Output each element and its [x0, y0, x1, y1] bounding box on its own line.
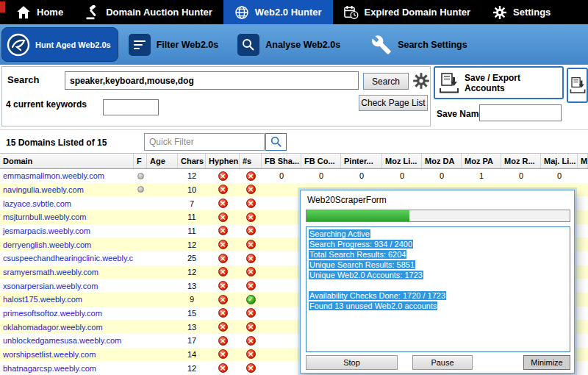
- pause-button[interactable]: Pause: [412, 355, 473, 370]
- nav-tab-settings[interactable]: Settings: [481, 0, 562, 24]
- metric-cell: [262, 361, 301, 375]
- favicon-cell: [134, 183, 147, 197]
- nav-tab-domain-auction-hunter[interactable]: Domain Auction Hunter: [74, 0, 223, 24]
- log-line: [309, 280, 567, 290]
- chars-cell: 9: [178, 293, 206, 307]
- red-x-icon: ×: [246, 171, 256, 181]
- sub-nav: Hunt Aged Web2.0s Filter Web2.0s Analyse…: [0, 24, 588, 65]
- minimize-button[interactable]: Minimize: [523, 355, 570, 370]
- search-settings-gear-button[interactable]: [411, 71, 431, 91]
- domain-link[interactable]: lazyace.svbtle.com: [0, 196, 134, 210]
- column-header[interactable]: F: [134, 154, 147, 168]
- wrench-icon: [371, 35, 392, 55]
- search-input[interactable]: [65, 71, 359, 90]
- nav-tab-web20-hunter[interactable]: Web2.0 Hunter: [223, 0, 333, 24]
- metric-cell: [578, 210, 588, 224]
- stop-button[interactable]: Stop: [306, 355, 398, 370]
- nav-tab-expired-domain-hunter[interactable]: Expired Domain Hunter: [333, 0, 481, 24]
- numbers-cell: ×: [240, 307, 262, 321]
- export-side-button[interactable]: [567, 68, 588, 103]
- numbers-cell: ×: [240, 251, 262, 265]
- column-header[interactable]: FB Sha...: [262, 154, 301, 168]
- table-row[interactable]: emmasmallmon.weebly.com12××00000100: [0, 169, 588, 183]
- column-header[interactable]: Moz DA: [422, 154, 462, 168]
- domains-count-label: 15 Domains Listed of 15: [6, 138, 107, 148]
- quick-filter-input[interactable]: [144, 133, 265, 151]
- domain-link[interactable]: bhatnagarcsp.weebly.com: [0, 361, 134, 375]
- domain-link[interactable]: primesoftsoftoz.weebly.com: [0, 307, 134, 321]
- domain-link[interactable]: xsonarpersian.weebly.com: [0, 279, 134, 293]
- hunt-badge-icon: [6, 32, 31, 57]
- hyphen-cell: ×: [206, 361, 240, 375]
- chars-cell: 12: [178, 361, 206, 375]
- domain-link[interactable]: msjturnbull.weebly.com: [0, 210, 134, 224]
- domain-link[interactable]: sramyersmath.weebly.com: [0, 265, 134, 279]
- metric-cell: 0: [301, 169, 341, 183]
- red-x-icon: ×: [218, 363, 228, 373]
- subnav-tab-filter-web20s[interactable]: Filter Web2.0s: [129, 34, 219, 56]
- red-x-icon: ×: [218, 308, 228, 318]
- column-header[interactable]: Moz R...: [501, 154, 541, 168]
- hyphen-cell: ×: [206, 224, 240, 238]
- column-header[interactable]: FB Co...: [301, 154, 341, 168]
- check-page-list-button[interactable]: Check Page List: [359, 95, 428, 111]
- domain-link[interactable]: jesmarpacis.weebly.com: [0, 224, 134, 238]
- scraper-log-textarea[interactable]: Searching ActiveSearch Progress: 934 / 2…: [306, 226, 570, 352]
- domain-link[interactable]: worshipsetlist.weebly.com: [0, 348, 134, 362]
- favicon-cell: [134, 224, 147, 238]
- web20-hunter-app: Home Domain Auction Hunter Web2.0 Hu: [0, 0, 588, 375]
- column-header[interactable]: Age: [147, 154, 178, 168]
- home-icon: [16, 5, 31, 20]
- subnav-tab-label: Search Settings: [398, 40, 467, 50]
- domain-link[interactable]: emmasmallmon.weebly.com: [0, 169, 134, 183]
- red-x-icon: ×: [246, 336, 256, 346]
- hyphen-cell: ×: [206, 293, 240, 307]
- numbers-cell: ×: [240, 224, 262, 238]
- hyphen-cell: ×: [206, 265, 240, 279]
- column-header[interactable]: Chars: [178, 154, 206, 168]
- subnav-tab-analyse-web20s[interactable]: Analyse Web2.0s: [237, 34, 340, 56]
- metric-cell: [262, 265, 301, 279]
- hyphen-cell: ×: [206, 279, 240, 293]
- search-button[interactable]: Search: [363, 73, 409, 90]
- domain-link[interactable]: derryenglish.weebly.com: [0, 238, 134, 251]
- log-line: Availability Checks Done: 1720 / 1723: [309, 290, 567, 301]
- metric-cell: [262, 224, 301, 238]
- metric-cell: [262, 334, 301, 348]
- column-header[interactable]: Maj. Li...: [541, 154, 578, 168]
- nav-tab-label: Expired Domain Hunter: [365, 7, 470, 18]
- column-header[interactable]: Maj. ...: [578, 154, 588, 168]
- web20-scraper-form-window[interactable]: Web20ScraperForm Searching ActiveSearch …: [300, 190, 575, 374]
- column-header[interactable]: #s: [240, 154, 262, 168]
- quick-filter-search-button[interactable]: [265, 133, 287, 151]
- favicon-cell: [134, 169, 147, 183]
- age-cell: [147, 279, 178, 293]
- subnav-tab-search-settings[interactable]: Search Settings: [371, 35, 467, 55]
- metric-cell: [578, 183, 588, 197]
- numbers-cell: ×: [240, 334, 262, 348]
- column-header[interactable]: Hyphen: [206, 154, 240, 168]
- domain-link[interactable]: oklahomadagor.weebly.com: [0, 320, 134, 334]
- age-cell: [147, 238, 178, 251]
- chars-cell: 12: [178, 265, 206, 279]
- domain-link[interactable]: halost175.weebly.com: [0, 293, 134, 307]
- save-export-accounts-button[interactable]: Save / Export Accounts: [434, 66, 564, 99]
- red-x-icon: ×: [246, 185, 256, 194]
- numbers-cell: ×: [240, 196, 262, 210]
- hyphen-cell: ×: [206, 307, 240, 321]
- metric-cell: [262, 238, 301, 251]
- gavel-icon: [85, 5, 100, 20]
- column-header[interactable]: Pinter...: [341, 154, 382, 168]
- nav-tab-home[interactable]: Home: [5, 0, 74, 24]
- keywords-input[interactable]: [103, 99, 159, 115]
- save-name-input[interactable]: [479, 104, 562, 121]
- column-header[interactable]: Moz Li...: [382, 154, 422, 168]
- domain-link[interactable]: navingulia.weebly.com: [0, 183, 134, 197]
- metric-cell: [578, 279, 588, 293]
- domain-link[interactable]: unblockedgamesusa.weebly.com: [0, 334, 134, 348]
- column-header[interactable]: Moz PA: [462, 154, 501, 168]
- domain-link[interactable]: csuspeechandhearingclinic.weebly.c...: [0, 251, 134, 265]
- favicon-cell: [134, 210, 147, 224]
- column-header[interactable]: Domain: [0, 154, 134, 168]
- subnav-tab-hunt-aged-web20s[interactable]: Hunt Aged Web2.0s: [1, 27, 118, 62]
